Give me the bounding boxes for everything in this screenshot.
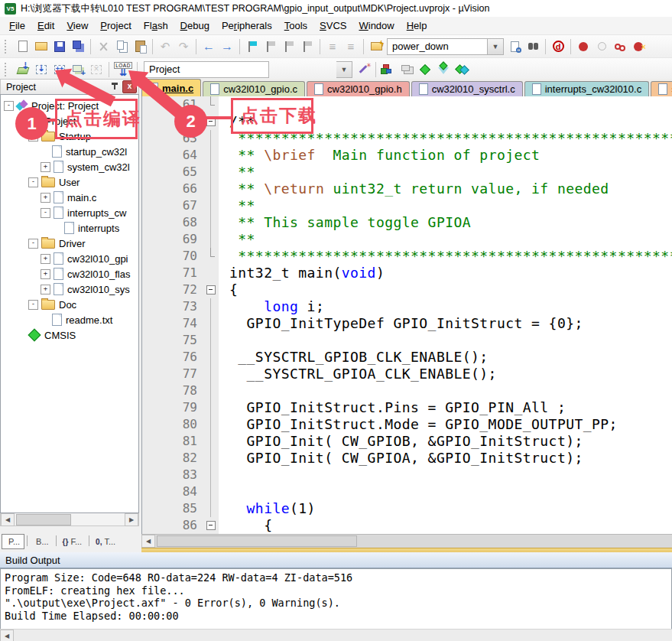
code-line-69[interactable]: 69 ** <box>142 231 672 248</box>
code-line-61[interactable]: 61 <box>142 96 672 113</box>
project-tree-hscrollbar[interactable]: ◀ ▶ <box>0 513 139 526</box>
code-line-72[interactable]: 72{ <box>142 281 672 298</box>
expand-icon[interactable]: + <box>41 269 50 279</box>
code-line-86[interactable]: 86 { <box>142 517 672 534</box>
code-line-65[interactable]: 65 ** <box>142 164 672 181</box>
find-folder-icon[interactable] <box>368 39 385 54</box>
editor-tab-cw32l010-gpio-h[interactable]: cw32l010_gpio.h <box>307 81 410 96</box>
collapse-icon[interactable]: - <box>4 101 14 111</box>
code-line-63[interactable]: 63 *************************************… <box>142 130 672 147</box>
target-select-combo[interactable]: Project <box>144 61 269 78</box>
pack-funnel-icon[interactable] <box>435 62 452 77</box>
build-output-scroll-left-icon[interactable]: ◀ <box>0 630 14 641</box>
editor-scroll-left-icon[interactable]: ◀ <box>141 535 155 548</box>
menu-svcs[interactable]: SVCS <box>313 18 352 34</box>
expand-icon[interactable]: + <box>41 254 50 264</box>
scroll-left-icon[interactable]: ◀ <box>1 513 15 526</box>
code-line-68[interactable]: 68 ** This sample toggle GPIOA <box>142 214 672 231</box>
nav-back-icon[interactable] <box>200 39 217 54</box>
indent-icon[interactable] <box>324 39 341 54</box>
collapse-icon[interactable]: - <box>28 300 38 310</box>
find-combo-dropdown[interactable]: ▼ <box>488 38 504 55</box>
new-file-icon[interactable] <box>15 39 31 54</box>
undo-icon[interactable] <box>157 39 174 54</box>
pin-icon[interactable] <box>110 83 119 92</box>
code-line-78[interactable]: 78 <box>142 382 672 399</box>
bookmark-prev-icon[interactable] <box>262 39 279 54</box>
breakpoint-toggle-icon[interactable] <box>575 39 592 54</box>
menu-peripherals[interactable]: Peripherals <box>216 18 278 34</box>
cut-icon[interactable] <box>95 39 112 54</box>
project-tree[interactable]: -Project: ProjectProject-Startupstartup_… <box>0 94 139 513</box>
expand-icon[interactable]: + <box>41 285 50 294</box>
build-output-hscrollbar[interactable]: ◀ <box>0 629 672 641</box>
incremental-find-icon[interactable] <box>524 39 541 54</box>
tree-item-driver[interactable]: -Driver <box>1 236 138 251</box>
code-line-70[interactable]: 70 *************************************… <box>142 248 672 265</box>
code-line-77[interactable]: 77 __SYSCTRL_GPIOA_CLK_ENABLE(); <box>142 366 672 382</box>
expand-icon[interactable]: + <box>41 162 50 172</box>
tree-item-system-cw32l[interactable]: +system_cw32l <box>1 159 138 174</box>
scroll-thumb[interactable] <box>16 514 71 525</box>
save-all-icon[interactable] <box>70 39 86 54</box>
tree-item-readme-txt[interactable]: readme.txt <box>1 312 138 327</box>
menu-debug[interactable]: Debug <box>174 18 216 34</box>
collapse-icon[interactable]: - <box>28 239 38 249</box>
find-text-combo[interactable]: power_down <box>387 38 488 55</box>
bookmark-toggle-icon[interactable] <box>244 39 261 54</box>
load-download-icon[interactable] <box>113 62 133 77</box>
code-line-75[interactable]: 75 <box>142 332 672 349</box>
rte-wizard-icon[interactable] <box>355 62 372 77</box>
open-folder-icon[interactable] <box>33 39 50 54</box>
paste-icon[interactable] <box>131 39 148 54</box>
tree-item-cmsis[interactable]: CMSIS <box>1 327 138 343</box>
expand-icon[interactable]: + <box>41 193 50 203</box>
menu-help[interactable]: Help <box>401 18 433 34</box>
runtime-env-icon[interactable] <box>417 62 433 77</box>
copy-icon[interactable] <box>113 39 130 54</box>
code-line-85[interactable]: 85 while(1) <box>142 500 672 517</box>
editor-tab-cw32l010-sysctrl-c[interactable]: cw32l010_sysctrl.c <box>411 81 523 96</box>
code-line-67[interactable]: 67 ** <box>142 197 672 214</box>
pack-installer-icon[interactable] <box>453 62 470 77</box>
code-line-83[interactable]: 83 <box>142 467 672 483</box>
tree-item-startup-cw32l[interactable]: startup_cw32l <box>1 144 138 159</box>
code-line-82[interactable]: 82 GPIO_Init( CW_GPIOA, &GPIO_InitStruct… <box>142 450 672 467</box>
editor-tab-main-c[interactable]: main.c <box>141 79 201 96</box>
tree-item-interrupts[interactable]: interrupts <box>1 220 138 236</box>
breakpoint-disable-icon[interactable] <box>593 39 610 54</box>
batch-build-icon[interactable] <box>70 62 86 77</box>
tree-item-doc[interactable]: -Doc <box>1 297 138 312</box>
fold-collapse-icon[interactable] <box>203 281 219 298</box>
fold-collapse-icon[interactable] <box>203 517 219 534</box>
tree-item-main-c[interactable]: +main.c <box>1 190 138 205</box>
menu-tools[interactable]: Tools <box>278 18 313 34</box>
quick-find-icon[interactable] <box>550 39 566 54</box>
code-line-76[interactable]: 76 __SYSCTRL_GPIOB_CLK_ENABLE(); <box>142 349 672 366</box>
code-line-80[interactable]: 80 GPIO_InitStruct.Mode = GPIO_MODE_OUTP… <box>142 416 672 433</box>
menu-flash[interactable]: Flash <box>138 18 174 34</box>
tree-item-user[interactable]: -User <box>1 174 138 190</box>
editor-tab-interrupts-cw32l010-c[interactable]: interrupts_cw32l010.c <box>524 81 649 96</box>
toolbar-grip2[interactable] <box>5 63 10 76</box>
bookmark-next-icon[interactable] <box>281 39 297 54</box>
menu-project[interactable]: Project <box>94 18 137 34</box>
build-output-body[interactable]: Program Size: Code=648 RO-data=224 RW-da… <box>0 568 672 630</box>
editor-tab-startu[interactable]: startu <box>651 81 672 96</box>
view-tab-project-view[interactable]: P... <box>2 534 24 549</box>
rebuild-icon[interactable] <box>51 62 68 77</box>
toolbar-grip[interactable] <box>5 40 10 54</box>
breakpoint-enable-all-icon[interactable] <box>612 39 628 54</box>
nav-forward-icon[interactable] <box>219 39 235 54</box>
view-tab-functions-view[interactable]: {}F... <box>58 534 86 549</box>
code-line-71[interactable]: 71int32_t main(void) <box>142 265 672 281</box>
editor-scroll-thumb[interactable] <box>157 535 357 547</box>
collapse-icon[interactable]: - <box>41 208 50 218</box>
menu-window[interactable]: Window <box>352 18 400 34</box>
editor-tab-cw32l010-gpio-c[interactable]: cw32l010_gpio.c <box>203 81 305 96</box>
tree-item-interrupts-cw[interactable]: -interrupts_cw <box>1 205 138 220</box>
redo-icon[interactable] <box>175 39 192 54</box>
scroll-right-icon[interactable]: ▶ <box>125 513 138 526</box>
menu-edit[interactable]: Edit <box>31 18 60 34</box>
code-line-84[interactable]: 84 <box>142 483 672 500</box>
